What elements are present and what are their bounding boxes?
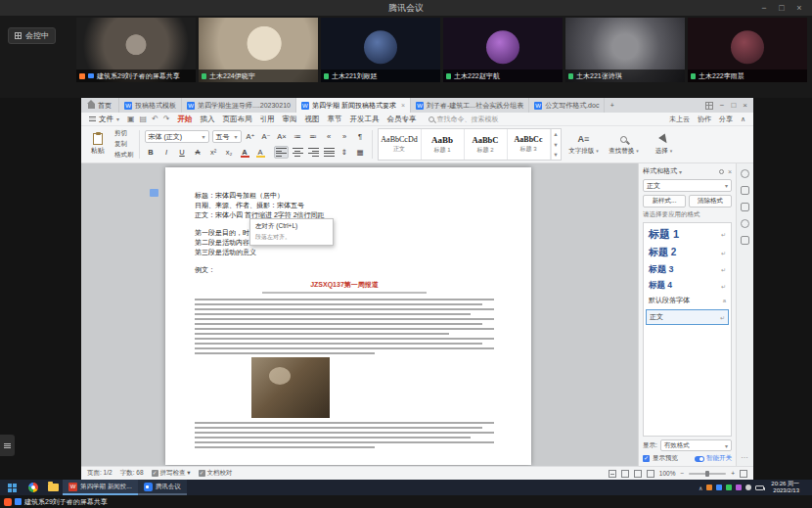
menu-item-view[interactable]: 视图 <box>305 115 320 124</box>
line-spacing-button[interactable]: ⇕ <box>338 146 351 159</box>
menu-item-home[interactable]: 开始 <box>178 115 193 124</box>
tray-app-icon[interactable] <box>736 485 742 490</box>
help-icon[interactable] <box>741 219 749 228</box>
participant-video[interactable]: 土木222赵宇航 <box>443 18 563 82</box>
font-size-select[interactable]: 五号 ▾ <box>212 130 242 143</box>
layout-grid-icon[interactable] <box>705 102 713 110</box>
battery-icon[interactable] <box>755 485 764 490</box>
volume-icon[interactable] <box>745 485 751 490</box>
grow-font-button[interactable]: A⁺ <box>245 130 257 143</box>
format-painter-button[interactable]: 格式刷 <box>114 151 134 160</box>
style-item-heading1[interactable]: 标题 1↵ <box>646 225 729 244</box>
paste-button[interactable]: 粘贴 <box>86 128 110 161</box>
explorer-launcher[interactable] <box>43 480 63 495</box>
profile-icon[interactable] <box>741 169 749 178</box>
view-read-icon[interactable] <box>647 470 654 478</box>
copy-button[interactable]: 复制 <box>114 140 134 149</box>
superscript-button[interactable]: x² <box>207 146 220 159</box>
browser-launcher[interactable] <box>23 480 43 495</box>
wps-close-icon[interactable]: × <box>743 101 747 110</box>
zoom-out-icon[interactable]: − <box>680 470 684 477</box>
tab-home[interactable]: 首页 <box>81 98 119 113</box>
tray-app-icon[interactable] <box>716 485 722 490</box>
paragraph-mark-button[interactable]: ¶ <box>354 130 367 143</box>
meeting-control-badge[interactable]: 会控中 <box>8 27 56 44</box>
align-right-button[interactable] <box>307 146 320 159</box>
menu-item-page-layout[interactable]: 页面布局 <box>223 115 252 124</box>
align-center-button[interactable] <box>292 146 304 159</box>
tray-expand-icon[interactable]: ∧ <box>699 485 702 491</box>
document-page[interactable]: 标题：宋体四号加粗（居中） 日期、来源、作者、摄影：宋体五号 正文：宋体小四 首… <box>165 167 531 465</box>
zoom-slider-thumb[interactable] <box>705 471 709 477</box>
fullscreen-icon[interactable] <box>740 470 747 478</box>
wps-restore-icon[interactable]: □ <box>731 101 736 110</box>
current-style-select[interactable]: 正文 ▾ <box>643 179 732 192</box>
clear-format-button[interactable]: A× <box>276 130 289 143</box>
zoom-slider[interactable] <box>689 473 726 475</box>
font-name-select[interactable]: 宋体 (正文) ▾ <box>145 130 209 143</box>
highlight-color-button[interactable]: A <box>254 146 267 159</box>
new-tab-button[interactable]: + <box>605 98 619 113</box>
bold-button[interactable]: B <box>145 146 158 159</box>
proofing-toggle[interactable]: ✓文档校对 <box>199 469 233 478</box>
participant-video[interactable]: 土木221刘殿廷 <box>321 18 440 82</box>
doc-tab[interactable]: W 第四学期生涯导师....20230210 <box>182 98 296 113</box>
bullet-list-button[interactable]: ≔ <box>292 130 304 143</box>
style-card-body[interactable]: AaBbCcDd 正文 <box>379 129 422 160</box>
zoom-in-icon[interactable]: + <box>731 470 735 477</box>
close-icon[interactable]: × <box>790 3 808 13</box>
tray-app-icon[interactable] <box>706 485 712 490</box>
more-icon[interactable]: … <box>741 451 749 460</box>
collapse-ribbon-icon[interactable]: ∧ <box>741 115 745 123</box>
preview-checkbox[interactable]: ✓ <box>643 455 650 462</box>
minimize-icon[interactable]: − <box>755 3 773 13</box>
underline-button[interactable]: U <box>176 146 189 159</box>
task-meeting[interactable]: 腾讯会议 <box>138 480 187 495</box>
style-card-heading3[interactable]: AaBbCc 标题 3 <box>508 129 551 160</box>
decrease-indent-button[interactable]: « <box>323 130 336 143</box>
maximize-icon[interactable]: □ <box>773 3 790 13</box>
redo-icon[interactable]: ↷ <box>163 115 170 123</box>
style-item-heading4[interactable]: 标题 4↵ <box>646 278 729 294</box>
gallery-up-icon[interactable]: ▲ <box>553 131 558 137</box>
shrink-font-button[interactable]: A⁻ <box>260 130 273 143</box>
select-tool[interactable]: 选择▾ <box>647 128 682 161</box>
doc-tab-active[interactable]: W 第四学期 新闻投稿格式要求 × <box>296 98 411 113</box>
style-card-heading2[interactable]: AaBbC 标题 2 <box>465 129 508 160</box>
comment-icon[interactable] <box>150 189 158 197</box>
italic-button[interactable]: I <box>160 146 173 159</box>
text-layout-tool[interactable]: A≡ 文字排版▾ <box>566 128 602 161</box>
command-search[interactable]: 查找命令、搜索模板 <box>429 115 499 124</box>
wps-minimize-icon[interactable]: − <box>720 101 725 110</box>
gallery-down-icon[interactable]: ▼ <box>553 142 558 148</box>
menu-item-insert[interactable]: 插入 <box>201 115 215 124</box>
task-wps[interactable]: W 第四学期 新闻投... <box>63 480 138 495</box>
style-item-heading3[interactable]: 标题 3↵ <box>646 261 729 278</box>
cut-button[interactable]: 剪切 <box>114 129 134 138</box>
panel-close-icon[interactable]: × <box>728 168 732 175</box>
doc-tab[interactable]: W 刘子睿-建筑工...社会实践分组表 <box>411 98 529 113</box>
start-button[interactable] <box>0 480 23 495</box>
shading-button[interactable]: ▦ <box>354 146 367 159</box>
font-color-button[interactable]: A <box>239 146 251 159</box>
menu-item-review[interactable]: 审阅 <box>283 115 297 124</box>
increase-indent-button[interactable]: » <box>338 130 351 143</box>
align-left-button[interactable] <box>274 146 289 159</box>
undo-icon[interactable]: ↶ <box>152 115 158 123</box>
show-format-select[interactable]: 有效格式 ▾ <box>660 439 732 451</box>
save-icon[interactable]: ▣ <box>127 115 135 123</box>
view-page-icon[interactable] <box>609 470 616 478</box>
menu-item-premium[interactable]: 会员专享 <box>387 115 417 124</box>
print-icon[interactable]: ▤ <box>140 115 148 123</box>
numbered-list-button[interactable]: ≕ <box>307 130 320 143</box>
sidebar-toggle[interactable] <box>0 435 15 456</box>
new-style-button[interactable]: 新样式... <box>643 195 686 208</box>
taskbar-clock[interactable]: 20:26 周一 2023/2/13 <box>768 481 802 494</box>
subscript-button[interactable]: x₂ <box>223 146 236 159</box>
participant-video[interactable]: 土木222李雨晨 <box>688 18 807 82</box>
tray-app-icon[interactable] <box>726 485 732 490</box>
styles-pane-icon[interactable] <box>741 186 749 195</box>
participant-video[interactable]: 土木224伊晓宇 <box>199 18 318 82</box>
doc-tab[interactable]: W 公文写作格式.doc <box>529 98 605 113</box>
doc-tab[interactable]: W 投稿格式模板 <box>119 98 182 113</box>
